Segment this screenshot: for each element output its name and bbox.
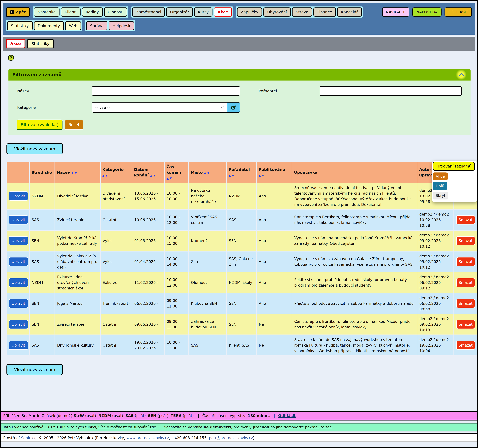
col-header-kategorie: Kategorie ▲ ▼: [101, 162, 132, 183]
popup-item-akce[interactable]: Akce: [433, 173, 448, 180]
edit-row-button[interactable]: Upravit: [9, 299, 28, 308]
cell-cas: 10:00 - 12:00: [165, 210, 188, 230]
delete-row-button[interactable]: Smazat: [456, 278, 475, 287]
sort-icons-nazev[interactable]: ▲ ▼: [71, 171, 77, 174]
nav-item-organizer[interactable]: Organizér: [166, 7, 193, 17]
separator: |: [198, 414, 199, 418]
cell-cas: 09:00 - 12:00: [165, 314, 188, 335]
tab-statistiky[interactable]: Statistiky: [27, 39, 54, 48]
poradatel-label: Pořadatel: [240, 89, 320, 93]
back-button[interactable]: ← Zpět: [6, 7, 30, 17]
edit-row-button[interactable]: Upravit: [9, 191, 28, 201]
insert-record-button-top[interactable]: Vložit nový záznam: [6, 143, 63, 155]
sort-icons-misto[interactable]: ▲ ▼: [204, 171, 209, 174]
edit-row-button[interactable]: Upravit: [9, 278, 28, 287]
nav-item-kancelar[interactable]: Kancelář: [337, 7, 362, 17]
col-header-datum: Datum konání ▲ ▼: [132, 162, 164, 183]
delete-row-button[interactable]: Smazat: [456, 341, 475, 350]
edit-row-button[interactable]: Upravit: [9, 236, 28, 245]
nav-item-ubytovani[interactable]: Ubytování: [263, 7, 291, 17]
popup-item-filtrovani[interactable]: Filtrování záznamů: [433, 162, 475, 171]
hiding-options-link[interactable]: více o možnostech skrývání zde: [99, 425, 156, 429]
cell-stredisko: SAS: [30, 210, 55, 230]
nav-item-nastenka[interactable]: Nástěnka: [34, 7, 60, 17]
delete-row-button[interactable]: Smazat: [456, 215, 475, 224]
nav-item-akce-active[interactable]: Akce: [214, 7, 232, 17]
filter-search-button[interactable]: Filtrovat (vyhledat): [17, 120, 63, 130]
delete-row-button[interactable]: Smazat: [456, 320, 475, 329]
collapse-filter-button[interactable]: [456, 70, 467, 80]
table-row: Upravit SEN Zvířecí terapie Ostatní 09.0…: [6, 314, 477, 335]
nav-item-dokumenty[interactable]: Dokumenty: [34, 21, 64, 30]
email-link[interactable]: petr@pro-neziskovky.cz: [209, 436, 253, 440]
edit-row-button[interactable]: Upravit: [9, 320, 28, 329]
kategorie-select[interactable]: -- vše --: [92, 102, 227, 113]
nav-item-zamestnanci[interactable]: Zaměstnanci: [132, 7, 165, 17]
popup-item-skryt[interactable]: Skrýt: [433, 192, 448, 199]
napoveda-button[interactable]: NÁPOVĚDA: [412, 7, 441, 17]
nav-item-statistiky[interactable]: Statistiky: [7, 21, 33, 30]
edit-row-button[interactable]: Upravit: [9, 257, 28, 266]
nav-item-kurzy[interactable]: Kurzy: [194, 7, 213, 17]
filter-reset-button[interactable]: Reset: [65, 120, 83, 130]
filter-fields: Název Pořadatel Kategorie -- vše --: [8, 86, 471, 113]
cell-kategorie: Divadelní představení: [101, 183, 132, 209]
demo-switch-link[interactable]: pro rychlý přechod na jiné demoverze pok…: [233, 425, 332, 429]
nav-item-rodiny[interactable]: Rodiny: [82, 7, 103, 17]
sort-icons-poradatel[interactable]: ▲ ▼: [229, 174, 234, 177]
tab-akce[interactable]: Akce: [6, 39, 25, 48]
cell-delete: Smazat: [454, 335, 477, 355]
odhlasit-button[interactable]: ODHLÁSIT: [445, 7, 472, 17]
nav-item-zapujcky[interactable]: Zápůjčky: [237, 7, 262, 17]
permission-item: NZDM (psát): [98, 414, 123, 418]
demo-switch-link-part: na jiné demoverze pokračujte zde: [270, 425, 332, 429]
edit-row-button[interactable]: Upravit: [9, 215, 28, 224]
cell-upoutavka: Canisterapie s Bertíkem, felinoterapie s…: [292, 210, 417, 230]
sort-icons-datum[interactable]: ▲ ▼: [150, 174, 155, 177]
sonic-link[interactable]: Sonic.cgi: [21, 436, 38, 440]
sort-icons-publikovano[interactable]: ▲ ▼: [258, 174, 264, 177]
col-header-poradatel: Pořadatel ▲ ▼: [227, 162, 256, 183]
permission-name: SEN: [148, 414, 156, 418]
nav-item-sprava[interactable]: Správa: [86, 21, 107, 30]
nazev-input[interactable]: [92, 86, 240, 96]
nav-item-helpdesk[interactable]: Helpdesk: [109, 21, 134, 30]
cell-poradatel: NZDM, školy: [227, 272, 256, 293]
edit-row-button[interactable]: Upravit: [9, 341, 28, 350]
nav-item-web[interactable]: Web: [65, 21, 81, 30]
sort-icons-kategorie[interactable]: ▲ ▼: [102, 174, 108, 177]
nav-item-klienti[interactable]: Klienti: [61, 7, 81, 17]
website-link[interactable]: www.pro-neziskovky.cz: [126, 436, 169, 440]
cell-actions: Upravit: [6, 230, 29, 251]
sort-icons-cas[interactable]: ▲ ▼: [166, 177, 172, 180]
edit-categories-button[interactable]: [227, 102, 240, 113]
nav-item-cinnosti[interactable]: Činnosti: [104, 7, 127, 17]
cell-cas: 10:00 - 12:00: [165, 335, 188, 355]
cell-stredisko: SAS: [30, 335, 55, 355]
records-table: Středisko Název ▲ ▼ Kategorie ▲ ▼ Datum …: [6, 162, 478, 356]
delete-row-button[interactable]: Smazat: [456, 299, 475, 308]
cell-misto: Klubovna SEN: [189, 293, 226, 314]
cell-poradatel: SAS, Galaxie Zlín: [227, 251, 256, 272]
cell-upoutavka: Stavte se k nám do SAS na zajímavý works…: [292, 335, 417, 355]
delete-row-button[interactable]: Smazat: [456, 236, 475, 245]
delete-row-button[interactable]: Smazat: [456, 257, 475, 266]
popup-item-dolu[interactable]: Dolů: [433, 182, 447, 190]
logout-link[interactable]: Odhlásit: [278, 414, 296, 418]
cell-autor: demo2 / demo2 19.02.2026 10:04: [417, 335, 453, 355]
cell-datum: 19.02.2026 - 20.02.2026: [132, 335, 164, 355]
poradatel-input[interactable]: [320, 86, 462, 96]
top-navigation-bar: ← Zpět Nástěnka Klienti Rodiny Činnosti …: [3, 3, 475, 35]
records-table-wrap: Středisko Název ▲ ▼ Kategorie ▲ ▼ Datum …: [6, 162, 478, 356]
cell-publikovano: Ano: [257, 251, 292, 272]
evidence-comma: ,: [231, 425, 232, 429]
evidence-text-2: z 180 volitelných funkcí,: [53, 425, 97, 429]
nav-item-finance[interactable]: Finance: [314, 7, 336, 17]
navigace-button[interactable]: NAVIGACE: [382, 7, 409, 17]
col-label: Název: [57, 170, 70, 174]
help-question-icon[interactable]: ?: [8, 55, 14, 61]
insert-record-button-bottom[interactable]: Vložit nový záznam: [6, 364, 63, 375]
nav-item-strava[interactable]: Strava: [292, 7, 312, 17]
cell-publikovano: Ano: [257, 210, 292, 230]
filter-panel-title: Filtrování záznamů: [12, 72, 62, 77]
